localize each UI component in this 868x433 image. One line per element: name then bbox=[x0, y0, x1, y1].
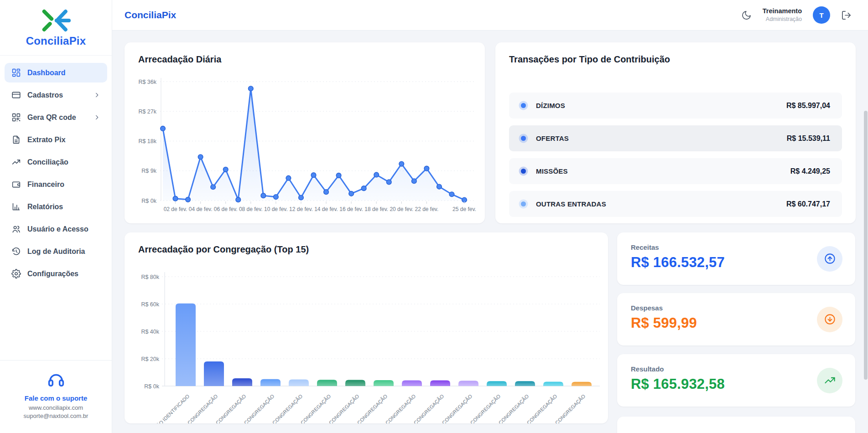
support-website: www.conciliapix.com bbox=[0, 404, 112, 412]
sidebar-item-log-de-auditoria[interactable]: Log de Auditoria bbox=[5, 242, 107, 261]
moon-icon[interactable] bbox=[741, 10, 752, 21]
bar-chart-icon bbox=[11, 202, 21, 211]
summary-label: Resultado bbox=[631, 365, 842, 373]
gear-icon bbox=[11, 269, 21, 278]
svg-text:R$ 18k: R$ 18k bbox=[138, 138, 156, 144]
svg-text:R$ 0k: R$ 0k bbox=[141, 198, 156, 204]
svg-text:18 de fev.: 18 de fev. bbox=[364, 206, 388, 212]
svg-text:16 de fev.: 16 de fev. bbox=[339, 206, 363, 212]
headphones-icon bbox=[0, 370, 112, 389]
document-icon bbox=[11, 135, 21, 144]
page-title: ConciliaPix bbox=[125, 10, 176, 21]
summary-card-receitas: ReceitasR$ 166.532,57 bbox=[617, 232, 855, 285]
daily-revenue-line-chart: R$ 0kR$ 9kR$ 18kR$ 27kR$ 36k02 de fev.04… bbox=[125, 70, 485, 223]
svg-text:12 de fev.: 12 de fev. bbox=[289, 206, 313, 212]
sidebar-item-label: Cadastros bbox=[27, 91, 63, 99]
sidebar-item-label: Conciliação bbox=[27, 158, 68, 166]
summary-card-despesas: DespesasR$ 599,99 bbox=[617, 293, 855, 345]
arrow-up-circle-icon bbox=[817, 246, 842, 272]
chevron-right-icon bbox=[94, 114, 100, 121]
contribution-row[interactable]: DÍZIMOSR$ 85.997,04 bbox=[509, 93, 842, 119]
contribution-dot-icon bbox=[521, 103, 526, 108]
trend-up-icon bbox=[11, 157, 21, 167]
summary-card-resultado: ResultadoR$ 165.932,58 bbox=[617, 354, 855, 407]
users-icon bbox=[11, 224, 21, 234]
dashboard-grid-icon bbox=[11, 68, 21, 77]
svg-text:R$ 0k: R$ 0k bbox=[144, 383, 159, 390]
sidebar-nav: DashboardCadastrosGera QR codeExtrato Pi… bbox=[0, 56, 112, 284]
contribution-label: OFERTAS bbox=[536, 134, 569, 142]
sidebar-item-gera-qr-code[interactable]: Gera QR code bbox=[5, 108, 107, 127]
user-role: Administração bbox=[763, 15, 802, 23]
summary-card-partial bbox=[617, 417, 855, 433]
daily-revenue-title: Arrecadação Diária bbox=[125, 42, 485, 65]
sidebar-item-relat-rios[interactable]: Relatórios bbox=[5, 197, 107, 216]
contribution-value: R$ 85.997,04 bbox=[786, 102, 830, 110]
svg-text:R$ 9k: R$ 9k bbox=[141, 168, 156, 174]
sidebar-item-label: Log de Auditoria bbox=[27, 247, 85, 256]
summary-label: Receitas bbox=[631, 243, 842, 251]
svg-text:22 de fev.: 22 de fev. bbox=[415, 206, 438, 212]
sidebar-item-label: Configurações bbox=[27, 270, 78, 278]
contribution-types-card: Transações por Tipo de Contribuição DÍZI… bbox=[495, 42, 856, 223]
svg-text:10 de fev.: 10 de fev. bbox=[264, 206, 288, 212]
brand-logo: ConciliaPix bbox=[0, 0, 112, 56]
support-link[interactable]: Fale com o suporte bbox=[0, 394, 112, 402]
svg-text:14 de fev.: 14 de fev. bbox=[314, 206, 338, 212]
conciliapix-logo-icon bbox=[39, 8, 73, 33]
sidebar-item-label: Relatórios bbox=[27, 203, 63, 211]
topbar: ConciliaPix Treinamento Administração T bbox=[112, 0, 868, 31]
sidebar-item-configura-es[interactable]: Configurações bbox=[5, 264, 107, 284]
contribution-label: MISSÕES bbox=[536, 167, 568, 175]
svg-text:25 de fev.: 25 de fev. bbox=[452, 206, 476, 212]
contribution-label: OUTRAS ENTRADAS bbox=[536, 200, 606, 208]
logout-icon[interactable] bbox=[841, 10, 852, 21]
sidebar-item-dashboard[interactable]: Dashboard bbox=[5, 63, 107, 82]
contribution-value: R$ 4.249,25 bbox=[790, 167, 830, 175]
sidebar-item-concilia-o[interactable]: Conciliação bbox=[5, 152, 107, 172]
summary-value: R$ 599,99 bbox=[631, 315, 842, 331]
chevron-right-icon bbox=[94, 92, 100, 98]
svg-text:NÃO IDENTIFICADO: NÃO IDENTIFICADO bbox=[153, 393, 191, 423]
sidebar-item-extrato-pix[interactable]: Extrato Pix bbox=[5, 130, 107, 149]
topbar-actions: Treinamento Administração T bbox=[741, 6, 852, 24]
svg-text:06 de fev.: 06 de fev. bbox=[214, 206, 238, 212]
card-icon bbox=[11, 90, 21, 100]
summary-value: R$ 166.532,57 bbox=[631, 254, 842, 271]
svg-text:R$ 20k: R$ 20k bbox=[141, 356, 159, 362]
svg-text:R$ 40k: R$ 40k bbox=[141, 329, 159, 335]
contribution-label: DÍZIMOS bbox=[536, 102, 565, 109]
avatar[interactable]: T bbox=[813, 6, 830, 24]
summary-value: R$ 165.932,58 bbox=[631, 376, 842, 392]
contribution-row[interactable]: MISSÕESR$ 4.249,25 bbox=[509, 158, 842, 184]
sidebar-item-label: Usuário e Acesso bbox=[27, 225, 88, 233]
congregation-revenue-title: Arrecadação por Congregação (Top 15) bbox=[125, 232, 608, 255]
sidebar-item-label: Dashboard bbox=[27, 69, 66, 77]
contribution-row[interactable]: OFERTASR$ 15.539,11 bbox=[509, 125, 842, 151]
contribution-dot-icon bbox=[521, 136, 526, 141]
qr-code-icon bbox=[11, 113, 21, 122]
svg-text:02 de fev.: 02 de fev. bbox=[164, 206, 187, 212]
svg-text:R$ 36k: R$ 36k bbox=[138, 79, 156, 85]
sidebar-item-usu-rio-e-acesso[interactable]: Usuário e Acesso bbox=[5, 219, 107, 239]
contribution-row[interactable]: OUTRAS ENTRADASR$ 60.747,17 bbox=[509, 191, 842, 217]
sidebar-item-label: Gera QR code bbox=[27, 113, 76, 122]
sidebar-item-label: Financeiro bbox=[27, 180, 64, 189]
sidebar-support: Fale com o suporte www.conciliapix.com s… bbox=[0, 360, 112, 433]
contribution-list: DÍZIMOSR$ 85.997,04OFERTASR$ 15.539,11MI… bbox=[509, 93, 842, 224]
contribution-types-title: Transações por Tipo de Contribuição bbox=[495, 42, 856, 65]
user-menu[interactable]: Treinamento Administração bbox=[763, 7, 802, 23]
sidebar-item-label: Extrato Pix bbox=[27, 136, 66, 144]
svg-text:R$ 80k: R$ 80k bbox=[141, 274, 159, 280]
sidebar-item-financeiro[interactable]: Financeiro bbox=[5, 175, 107, 194]
trending-up-icon bbox=[817, 368, 842, 393]
svg-text:04 de fev.: 04 de fev. bbox=[189, 206, 213, 212]
congregation-revenue-card: Arrecadação por Congregação (Top 15) R$ … bbox=[125, 232, 608, 423]
contribution-dot-icon bbox=[521, 201, 526, 206]
sidebar-item-cadastros[interactable]: Cadastros bbox=[5, 85, 107, 105]
scrollbar-thumb[interactable] bbox=[864, 111, 868, 380]
contribution-value: R$ 15.539,11 bbox=[787, 134, 830, 143]
summary-label: Despesas bbox=[631, 304, 842, 312]
support-email: suporte@naxtool.com.br bbox=[0, 412, 112, 420]
user-name: Treinamento bbox=[763, 7, 802, 15]
